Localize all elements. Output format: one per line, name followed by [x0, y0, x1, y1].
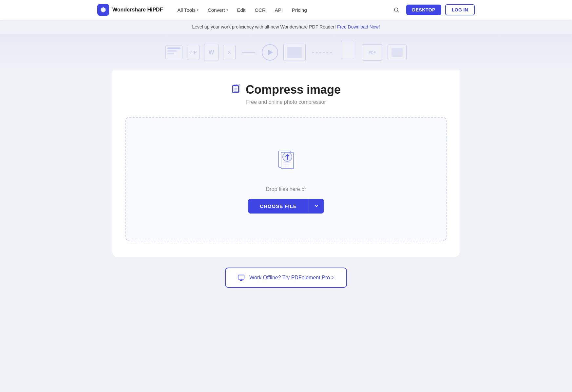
tool-title: Compress image	[246, 83, 341, 97]
chevron-down-icon: ▾	[226, 8, 228, 12]
choose-file-dropdown-button[interactable]	[309, 199, 324, 214]
desktop-button[interactable]: DESKTOP	[406, 5, 441, 15]
nav-links: All Tools ▾ Convert ▾ Edit OCR API Prici…	[173, 5, 380, 15]
offline-label: Work Offline? Try PDFelement Pro >	[249, 275, 334, 281]
login-button[interactable]: LOG IN	[445, 4, 475, 15]
hero-background: ZIP W X PDF	[0, 34, 572, 70]
nav-item-ocr[interactable]: OCR	[251, 5, 269, 15]
compress-icon	[231, 84, 242, 96]
brand-logo-link[interactable]: Wondershare HiPDF	[97, 4, 163, 16]
dropzone[interactable]: Drop files here or CHOOSE FILE	[125, 117, 447, 241]
navbar: Wondershare HiPDF All Tools ▾ Convert ▾ …	[0, 0, 572, 20]
nav-item-api[interactable]: API	[271, 5, 287, 15]
monitor-icon	[238, 274, 245, 281]
nav-right: DESKTOP LOG IN	[391, 4, 475, 16]
brand-logo	[97, 4, 109, 16]
nav-item-edit[interactable]: Edit	[233, 5, 250, 15]
nav-item-pricing[interactable]: Pricing	[288, 5, 311, 15]
banner-text: Level up your work proficiency with all-…	[192, 24, 336, 29]
promo-banner: Level up your work proficiency with all-…	[0, 20, 572, 34]
nav-item-all-tools[interactable]: All Tools ▾	[173, 5, 202, 15]
choose-file-button[interactable]: CHOOSE FILE	[248, 199, 309, 214]
tool-card: Compress image Free and online photo com…	[112, 67, 460, 257]
choose-file-btn-wrap: CHOOSE FILE	[248, 199, 324, 214]
tool-subtitle: Free and online photo compressor	[246, 99, 326, 105]
svg-rect-11	[238, 275, 244, 279]
banner-link[interactable]: Free Download Now!	[337, 24, 380, 29]
chevron-down-icon: ▾	[197, 8, 199, 12]
svg-point-0	[394, 8, 398, 11]
tool-title-row: Compress image	[231, 83, 341, 97]
nav-item-convert[interactable]: Convert ▾	[204, 5, 232, 15]
search-button[interactable]	[391, 4, 402, 16]
main-content: Compress image Free and online photo com…	[0, 70, 572, 301]
offline-banner[interactable]: Work Offline? Try PDFelement Pro >	[225, 268, 347, 288]
upload-icon	[271, 145, 301, 176]
drop-text: Drop files here or	[266, 186, 306, 192]
hero-illustration: ZIP W X PDF	[165, 41, 407, 64]
brand-name: Wondershare HiPDF	[112, 7, 163, 13]
svg-line-1	[397, 11, 399, 12]
